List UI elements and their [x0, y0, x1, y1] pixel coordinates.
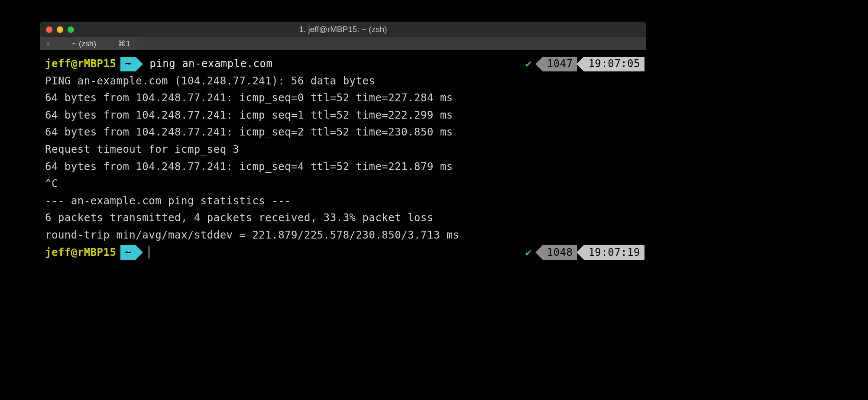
- output-line: Request timeout for icmp_seq 3: [40, 141, 646, 158]
- zoom-window-button[interactable]: [68, 26, 74, 33]
- minimize-window-button[interactable]: [57, 26, 63, 33]
- terminal-window: 1. jeff@rMBP15: ~ (zsh) × ~ (zsh) ⌘1 jef…: [40, 22, 646, 287]
- traffic-lights: [40, 26, 74, 33]
- output-line: 6 packets transmitted, 4 packets receive…: [40, 210, 646, 227]
- prompt-time: 19:07:19: [584, 245, 645, 260]
- close-tab-icon[interactable]: ×: [46, 39, 51, 48]
- prompt-right-status: ✔ 1048 19:07:19: [525, 244, 646, 261]
- prompt-time: 19:07:05: [584, 57, 645, 71]
- tab-shortcut: ⌘1: [118, 39, 131, 48]
- status-check-icon: ✔: [525, 55, 535, 73]
- output-line: 64 bytes from 104.248.77.241: icmp_seq=1…: [40, 107, 646, 124]
- close-window-button[interactable]: [46, 26, 52, 33]
- output-line: ^C: [40, 175, 646, 193]
- terminal-body[interactable]: jeff@rMBP15 ~ ping an-example.com ✔ 1047…: [40, 50, 646, 287]
- history-number: 1048: [543, 245, 577, 260]
- prompt-right-status: ✔ 1047 19:07:05: [525, 55, 646, 73]
- segment-arrow-icon: [535, 57, 543, 71]
- output-line: round-trip min/avg/max/stddev = 221.879/…: [40, 227, 646, 244]
- segment-arrow-icon: [577, 245, 584, 260]
- output-line: --- an-example.com ping statistics ---: [40, 193, 646, 210]
- segment-arrow-icon: [535, 245, 543, 260]
- tab-title: ~ (zsh): [72, 39, 97, 48]
- prompt-dir-badge: ~: [120, 245, 136, 260]
- window-title: 1. jeff@rMBP15: ~ (zsh): [40, 25, 646, 34]
- prompt-dir-badge: ~: [120, 57, 136, 71]
- prompt-dir: ~: [125, 244, 131, 261]
- cursor[interactable]: [149, 246, 149, 258]
- history-number: 1047: [543, 57, 577, 71]
- segment-arrow-icon: [577, 57, 584, 71]
- prompt-line: jeff@rMBP15 ~ ✔ 1048 19:07:19: [40, 244, 646, 261]
- output-line: 64 bytes from 104.248.77.241: icmp_seq=0…: [40, 90, 646, 107]
- prompt-user-host: jeff@rMBP15: [45, 244, 119, 261]
- prompt-user-host: jeff@rMBP15: [45, 55, 119, 73]
- output-line: 64 bytes from 104.248.77.241: icmp_seq=4…: [40, 158, 646, 176]
- prompt-dir: ~: [125, 55, 131, 73]
- titlebar[interactable]: 1. jeff@rMBP15: ~ (zsh): [40, 22, 646, 37]
- status-check-icon: ✔: [525, 244, 535, 261]
- prompt-line: jeff@rMBP15 ~ ping an-example.com ✔ 1047…: [40, 55, 646, 73]
- output-line: 64 bytes from 104.248.77.241: icmp_seq=2…: [40, 124, 646, 141]
- tab-zsh[interactable]: × ~ (zsh) ⌘1: [40, 37, 137, 50]
- output-line: PING an-example.com (104.248.77.241): 56…: [40, 73, 646, 90]
- command-text: ping an-example.com: [137, 55, 272, 73]
- tab-bar: × ~ (zsh) ⌘1: [40, 37, 646, 50]
